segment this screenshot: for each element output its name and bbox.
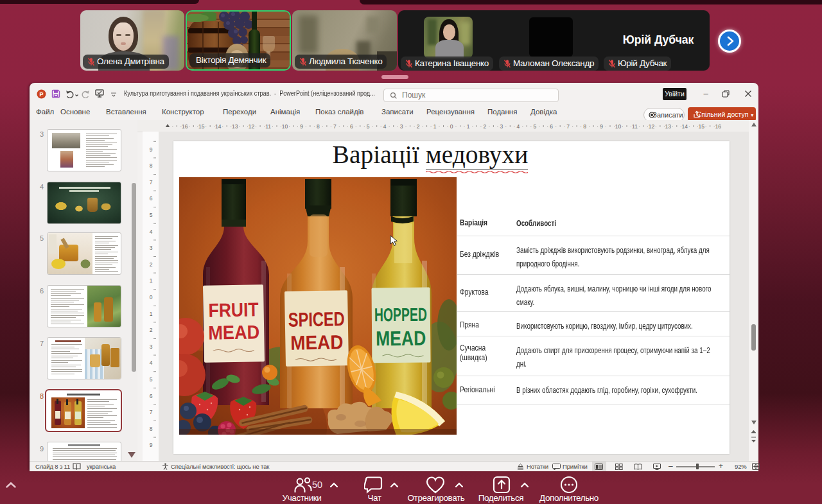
svg-text:14: 14 [215,123,222,130]
svg-text:2: 2 [484,123,487,130]
svg-text:13: 13 [665,123,672,130]
svg-text:6: 6 [550,123,553,130]
svg-text:16: 16 [715,123,721,130]
svg-text:16: 16 [182,123,188,130]
svg-text:3: 3 [400,123,403,130]
svg-text:2: 2 [150,261,153,268]
svg-text:9: 9 [600,123,603,130]
svg-text:5: 5 [367,123,370,130]
svg-text:SPICED: SPICED [288,308,345,331]
svg-text:7: 7 [150,179,153,186]
svg-text:11: 11 [632,123,638,130]
svg-text:7: 7 [566,123,570,130]
svg-text:MEAD: MEAD [208,321,260,343]
svg-text:5: 5 [150,212,153,218]
svg-text:MEAD: MEAD [290,331,344,354]
svg-text:8: 8 [150,162,153,169]
svg-text:3: 3 [150,343,153,350]
svg-text:11: 11 [265,123,271,130]
svg-text:12: 12 [249,123,255,130]
svg-text:MEAD: MEAD [376,327,426,351]
svg-text:6: 6 [150,195,153,202]
svg-text:15: 15 [198,123,205,130]
svg-text:9: 9 [150,146,153,153]
svg-text:8: 8 [317,123,320,130]
svg-text:P: P [39,91,43,98]
svg-text:7: 7 [150,409,153,415]
svg-text:FRUIT: FRUIT [208,299,259,320]
svg-text:3: 3 [500,123,503,130]
svg-text:15: 15 [698,123,704,130]
svg-text:5: 5 [150,376,153,383]
svg-text:1: 1 [150,311,153,317]
svg-text:14: 14 [682,123,688,130]
svg-text:4: 4 [383,123,387,130]
svg-text:6: 6 [350,123,353,130]
svg-text:8: 8 [583,123,586,130]
svg-text:7: 7 [333,123,337,130]
svg-text:HOPPED: HOPPED [374,304,427,326]
svg-text:8: 8 [150,426,153,432]
svg-text:12: 12 [649,123,655,130]
svg-text:1: 1 [433,123,437,130]
svg-text:1: 1 [150,277,153,284]
svg-text:3: 3 [150,245,153,251]
svg-text:6: 6 [150,393,153,399]
svg-text:9: 9 [300,123,303,130]
svg-text:0: 0 [150,294,153,300]
svg-text:4: 4 [516,123,520,130]
svg-text:10: 10 [615,123,622,130]
svg-text:5: 5 [533,123,536,130]
svg-text:2: 2 [150,327,153,333]
svg-text:10: 10 [282,123,288,130]
svg-text:0: 0 [450,123,453,130]
svg-text:4: 4 [150,360,153,366]
svg-text:1: 1 [467,123,470,130]
svg-text:9: 9 [150,442,153,448]
svg-text:4: 4 [150,229,153,235]
svg-text:13: 13 [232,123,238,130]
svg-text:2: 2 [417,123,420,130]
